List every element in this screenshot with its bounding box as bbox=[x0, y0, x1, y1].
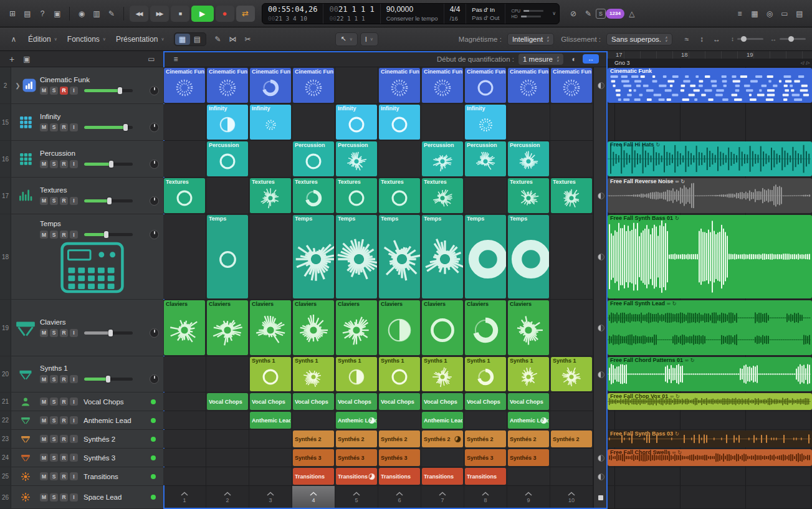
disclosure-icon[interactable]: ❯ bbox=[15, 82, 20, 89]
empty-cell[interactable] bbox=[206, 430, 249, 448]
grid-view-toggle[interactable]: ▦ bbox=[175, 34, 190, 45]
row-action-icon[interactable] bbox=[598, 325, 604, 331]
tools-icon[interactable]: ✎ bbox=[104, 7, 119, 21]
smart-controls-icon[interactable]: ◉ bbox=[74, 7, 89, 21]
solo-button[interactable]: S bbox=[50, 197, 58, 205]
loop-cell[interactable]: Synths 1 bbox=[464, 356, 507, 392]
record-enable-button[interactable]: R bbox=[60, 472, 68, 480]
mute-button[interactable]: M bbox=[40, 375, 48, 383]
crossfade-icon[interactable]: ⋈ bbox=[226, 32, 241, 46]
track-row[interactable]: 20Synths 1MSRI bbox=[0, 356, 163, 392]
loop-cell[interactable]: Claviers bbox=[507, 300, 550, 356]
inspector-toggle-icon[interactable]: ▤ bbox=[20, 7, 35, 21]
pan-knob[interactable] bbox=[150, 159, 159, 169]
loop-cell[interactable]: Cinematic Funk bbox=[163, 67, 206, 103]
empty-cell[interactable] bbox=[206, 411, 249, 429]
record-enable-button[interactable]: R bbox=[60, 123, 68, 131]
quick-help-icon[interactable]: ? bbox=[35, 7, 50, 21]
empty-cell[interactable] bbox=[292, 104, 335, 140]
empty-cell[interactable] bbox=[206, 449, 249, 467]
track-row[interactable]: 17TexturesMSRI bbox=[0, 178, 163, 214]
track-row[interactable]: 24MSRISynthés 3 bbox=[0, 449, 163, 467]
lcd-mode-chevron[interactable]: ∨ bbox=[549, 4, 559, 24]
loop-cell[interactable]: Synthés 3 bbox=[292, 449, 335, 467]
loop-cell[interactable]: Temps bbox=[378, 214, 421, 299]
metronome-icon[interactable]: △ bbox=[624, 7, 639, 21]
solo-button[interactable]: S bbox=[50, 329, 58, 337]
track-row[interactable]: 23MSRISynthés 2 bbox=[0, 430, 163, 449]
loop-cell[interactable]: Claviers bbox=[249, 300, 292, 356]
loop-cell[interactable]: Claviers bbox=[292, 300, 335, 356]
empty-cell[interactable] bbox=[378, 141, 421, 177]
mute-button[interactable]: M bbox=[40, 454, 48, 462]
solo-button[interactable]: S bbox=[50, 160, 58, 168]
empty-cell[interactable] bbox=[249, 141, 292, 177]
volume-slider[interactable] bbox=[84, 126, 133, 129]
empty-cell[interactable] bbox=[550, 141, 593, 177]
forward-button[interactable]: ▶▶ bbox=[150, 6, 169, 22]
empty-cell[interactable] bbox=[550, 214, 593, 299]
count-in-button[interactable]: 1234 bbox=[606, 9, 624, 19]
volume-slider[interactable] bbox=[84, 199, 133, 202]
empty-cell[interactable] bbox=[507, 467, 550, 485]
pan-knob[interactable] bbox=[150, 230, 159, 239]
empty-cell[interactable] bbox=[163, 467, 206, 485]
loop-cell[interactable]: Synthés 2 bbox=[421, 430, 464, 448]
loop-cell[interactable]: Infinity bbox=[335, 104, 378, 140]
lcd-display[interactable]: 00:55:04,26 0021 3 4 10 0021 1 1 1 0022 … bbox=[262, 3, 560, 24]
autopunch-icon[interactable]: ⊘ bbox=[566, 7, 581, 21]
record-enable-button[interactable]: R bbox=[60, 435, 68, 443]
loop-cell[interactable]: Synthés 3 bbox=[507, 449, 550, 467]
loop-cell[interactable]: Textures bbox=[507, 178, 550, 214]
record-enable-button[interactable]: R bbox=[60, 160, 68, 168]
loop-cell[interactable]: Textures bbox=[378, 178, 421, 214]
edition-menu[interactable]: Édition∨ bbox=[23, 33, 62, 45]
mute-button[interactable]: M bbox=[40, 329, 48, 337]
empty-cell[interactable] bbox=[163, 214, 206, 299]
loop-cell[interactable]: Cinematic Funk bbox=[292, 67, 335, 103]
loop-cell[interactable]: Cinematic Funk bbox=[249, 67, 292, 103]
scene-trigger[interactable]: 5 bbox=[335, 486, 378, 508]
loop-cell[interactable]: Synthés 3 bbox=[378, 449, 421, 467]
region[interactable]: Free Fall Hi Hats↻ bbox=[608, 141, 812, 176]
record-enable-button[interactable]: R bbox=[60, 454, 68, 462]
record-enable-button[interactable]: R bbox=[60, 87, 68, 95]
back-arrow-icon[interactable]: ∧ bbox=[6, 32, 21, 46]
scene-trigger[interactable]: 7 bbox=[421, 486, 464, 508]
loop-browser-icon[interactable]: ◎ bbox=[762, 7, 777, 21]
lcd-inout[interactable]: Pas d' In Pas d' Out bbox=[466, 4, 505, 24]
record-enable-button[interactable]: R bbox=[60, 197, 68, 205]
loop-cell[interactable]: Textures bbox=[550, 178, 593, 214]
input-monitor-button[interactable]: I bbox=[70, 231, 78, 239]
loop-cell[interactable]: Vocal Chops bbox=[378, 392, 421, 411]
scene-trigger[interactable]: 1 bbox=[163, 486, 206, 508]
loop-cell[interactable]: Synths 1 bbox=[550, 356, 593, 392]
track-row[interactable]: 25MSRITransitions bbox=[0, 467, 163, 486]
input-monitor-button[interactable]: I bbox=[70, 197, 78, 205]
track-row[interactable]: 2❯Cinematic FunkMSRI bbox=[0, 67, 163, 104]
volume-slider[interactable] bbox=[84, 233, 133, 236]
bar-ruler[interactable]: 171819 bbox=[608, 51, 812, 59]
record-enable-button[interactable]: R bbox=[60, 231, 68, 239]
loop-cell[interactable]: Claviers bbox=[421, 300, 464, 356]
loop-cell[interactable]: Vocal Chops bbox=[335, 392, 378, 411]
track-row[interactable]: 15InfinityMSRI bbox=[0, 104, 163, 141]
input-monitor-button[interactable]: I bbox=[70, 87, 78, 95]
scene-trigger[interactable]: 10 bbox=[550, 486, 593, 508]
text-tool-button[interactable]: I∨ bbox=[360, 32, 378, 46]
solo-button[interactable]: S bbox=[50, 472, 58, 480]
quantize-select[interactable]: 1 mesure∧∨ bbox=[518, 53, 564, 65]
volume-slider[interactable] bbox=[84, 378, 133, 381]
mute-button[interactable]: M bbox=[40, 160, 48, 168]
loop-cell[interactable]: Vocal Chops bbox=[292, 392, 335, 411]
list-editors-icon[interactable]: ≡ bbox=[732, 7, 747, 21]
region[interactable]: Free Fall Chop Vox 01∞↻ bbox=[608, 393, 812, 410]
loop-cell[interactable]: Cinematic Funk bbox=[507, 67, 550, 103]
region[interactable]: Free Fall Synth Lead∞↻ bbox=[608, 300, 812, 355]
loop-cell[interactable]: Cinematic Funk bbox=[206, 67, 249, 103]
grid-nav-arrows[interactable]: ◁▷ bbox=[800, 60, 810, 65]
loop-cell[interactable]: Textures bbox=[421, 178, 464, 214]
empty-cell[interactable] bbox=[163, 449, 206, 467]
media-browser-icon[interactable]: ▤ bbox=[792, 7, 807, 21]
empty-cell[interactable] bbox=[206, 178, 249, 214]
